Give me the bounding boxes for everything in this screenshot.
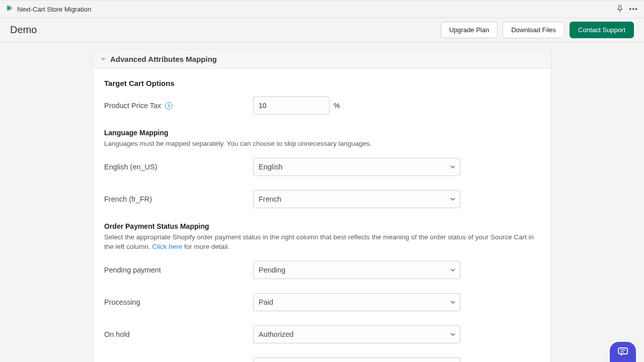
language-select-french[interactable]: French	[253, 190, 460, 208]
svg-rect-3	[618, 348, 627, 354]
info-icon[interactable]: i	[165, 102, 173, 110]
status-row-on-hold: On hold Authorized	[104, 325, 540, 343]
page-header: Demo Upgrade Plan Download Files Contact…	[0, 18, 644, 42]
card-title: Advanced Attributes Mapping	[110, 55, 217, 63]
chat-widget[interactable]	[610, 342, 636, 362]
advanced-attributes-card: Advanced Attributes Mapping Target Cart …	[93, 49, 551, 362]
percent-suffix: %	[334, 102, 340, 110]
upgrade-plan-button[interactable]: Upgrade Plan	[441, 22, 498, 38]
app-title-wrap: Next-Cart Store Migration	[6, 5, 91, 14]
order-status-desc-post: for more detail.	[182, 243, 229, 250]
order-status-desc: Select the appropriate Shopify order pay…	[104, 232, 540, 252]
language-row-french: French (fr_FR) French	[104, 190, 540, 208]
language-label-english: English (en_US)	[104, 163, 253, 171]
target-options-title: Target Cart Options	[104, 79, 540, 87]
app-name: Next-Cart Store Migration	[17, 6, 91, 13]
content-scroll[interactable]: Advanced Attributes Mapping Target Cart …	[0, 42, 644, 362]
status-label: Pending payment	[104, 266, 253, 274]
title-bar: Next-Cart Store Migration •••	[0, 0, 644, 18]
svg-marker-2	[101, 58, 106, 61]
status-select-completed[interactable]: Paid	[253, 357, 460, 362]
status-row-pending-payment: Pending payment Pending	[104, 261, 540, 279]
app-logo-icon	[6, 5, 13, 14]
card-body: Target Cart Options Product Price Tax i …	[93, 69, 551, 362]
status-row-processing: Processing Paid	[104, 293, 540, 311]
download-files-button[interactable]: Download Files	[503, 22, 565, 38]
status-row-completed: Completed Paid	[104, 357, 540, 362]
price-tax-label: Product Price Tax i	[104, 102, 253, 110]
contact-support-button[interactable]: Contact Support	[570, 22, 634, 38]
status-select-processing[interactable]: Paid	[253, 293, 460, 311]
more-icon[interactable]: •••	[629, 5, 638, 13]
header-actions: Upgrade Plan Download Files Contact Supp…	[441, 22, 634, 38]
card-header[interactable]: Advanced Attributes Mapping	[93, 50, 551, 69]
language-row-english: English (en_US) English	[104, 158, 540, 176]
status-label: Processing	[104, 298, 253, 306]
price-tax-label-text: Product Price Tax	[104, 102, 161, 110]
language-mapping-title: Language Mapping	[104, 129, 540, 137]
status-select-pending-payment[interactable]: Pending	[253, 261, 460, 279]
language-label-french: French (fr_FR)	[104, 195, 253, 203]
click-here-link[interactable]: Click here	[152, 243, 182, 250]
order-status-title: Order Payment Status Mapping	[104, 222, 540, 230]
price-tax-input[interactable]	[253, 97, 330, 115]
svg-marker-4	[621, 353, 623, 356]
pin-icon[interactable]	[617, 5, 624, 14]
chat-icon	[617, 347, 628, 357]
status-select-on-hold[interactable]: Authorized	[253, 325, 460, 343]
title-bar-actions: •••	[617, 5, 638, 14]
collapse-icon	[100, 56, 106, 62]
price-tax-row: Product Price Tax i %	[104, 97, 540, 115]
language-mapping-desc: Languages must be mapped separately. You…	[104, 139, 540, 149]
page-title: Demo	[10, 24, 37, 36]
status-label: On hold	[104, 330, 253, 338]
svg-marker-1	[9, 5, 13, 11]
language-select-english[interactable]: English	[253, 158, 460, 176]
